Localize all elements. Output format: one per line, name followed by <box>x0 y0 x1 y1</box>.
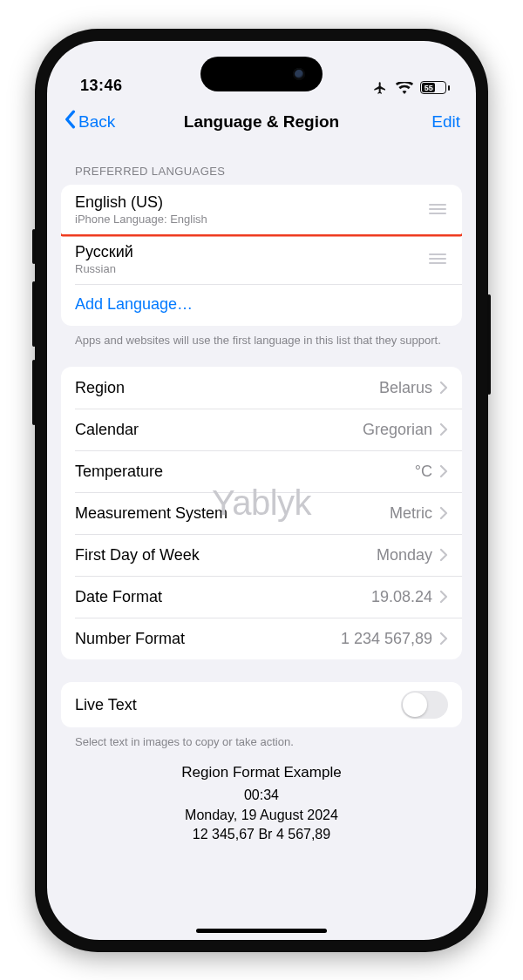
chevron-right-icon <box>439 422 448 436</box>
number-format-row[interactable]: Number Format 1 234 567,89 <box>61 618 462 659</box>
back-button[interactable]: Back <box>63 110 115 133</box>
home-indicator[interactable] <box>196 929 327 933</box>
live-text-toggle[interactable] <box>401 691 448 719</box>
language-row-russian[interactable]: Русский Russian <box>61 234 462 284</box>
language-subtitle: iPhone Language: English <box>75 213 207 226</box>
chevron-right-icon <box>439 548 448 562</box>
battery-icon: 55 <box>420 81 450 94</box>
reorder-grip-icon[interactable] <box>429 253 448 264</box>
airplane-mode-icon <box>371 81 389 95</box>
live-text-row[interactable]: Live Text <box>61 682 462 727</box>
chevron-left-icon <box>63 110 77 133</box>
back-label: Back <box>78 112 115 132</box>
wifi-icon <box>396 82 413 94</box>
phone-frame: 13:46 55 <box>35 29 488 952</box>
add-language-label: Add Language… <box>75 295 193 314</box>
calendar-row[interactable]: Calendar Gregorian <box>61 409 462 450</box>
add-language-button[interactable]: Add Language… <box>61 284 462 326</box>
preferred-languages-header: PREFERRED LANGUAGES <box>61 144 462 185</box>
region-format-example: Region Format Example 00:34 Monday, 19 A… <box>61 750 462 845</box>
region-settings-group: Region Belarus Calendar Gregorian Temper… <box>61 367 462 659</box>
languages-footer: Apps and websites will use the first lan… <box>61 326 462 348</box>
edit-button[interactable]: Edit <box>431 112 460 132</box>
chevron-right-icon <box>439 464 448 478</box>
language-title: Русский <box>75 243 133 261</box>
language-subtitle: Russian <box>75 262 133 275</box>
chevron-right-icon <box>439 381 448 395</box>
region-row[interactable]: Region Belarus <box>61 367 462 409</box>
measurement-row[interactable]: Measurement System Metric <box>61 492 462 534</box>
chevron-right-icon <box>439 506 448 520</box>
date-format-row[interactable]: Date Format 19.08.24 <box>61 576 462 618</box>
language-row-english[interactable]: English (US) iPhone Language: English <box>61 185 462 234</box>
reorder-grip-icon[interactable] <box>429 204 448 214</box>
first-day-row[interactable]: First Day of Week Monday <box>61 534 462 576</box>
language-title: English (US) <box>75 193 207 212</box>
chevron-right-icon <box>439 590 448 604</box>
temperature-row[interactable]: Temperature °C <box>61 450 462 492</box>
live-text-group: Live Text <box>61 682 462 727</box>
nav-bar: Back Language & Region Edit <box>47 100 476 144</box>
chevron-right-icon <box>439 632 448 645</box>
status-time: 13:46 <box>80 77 123 95</box>
screen: 13:46 55 <box>47 41 476 940</box>
dynamic-island <box>200 57 323 91</box>
live-text-footer: Select text in images to copy or take ac… <box>61 727 462 750</box>
languages-group: English (US) iPhone Language: English Ру… <box>61 185 462 326</box>
